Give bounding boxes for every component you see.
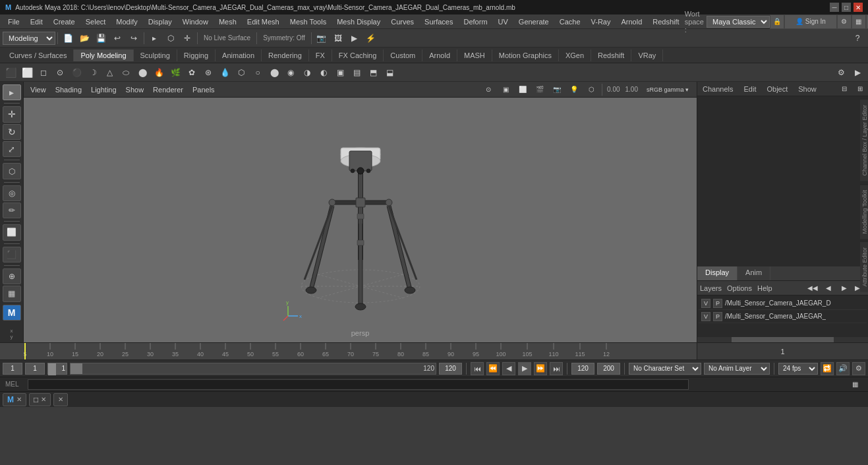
- marquee-btn[interactable]: ⬜: [3, 224, 21, 240]
- select-tool-btn[interactable]: ▸: [3, 84, 21, 100]
- vp-icon-1[interactable]: ⊙: [480, 82, 496, 98]
- soft-select-btn[interactable]: ◎: [3, 185, 21, 201]
- settings-button2[interactable]: ▦: [852, 15, 866, 29]
- menu-edit[interactable]: Edit: [25, 16, 48, 27]
- scale-tool-btn[interactable]: ⤢: [3, 141, 21, 157]
- tab-fx-caching[interactable]: FX Caching: [332, 49, 384, 61]
- ch-tab-edit[interactable]: Edit: [741, 84, 759, 94]
- move-tool[interactable]: ✛: [179, 30, 195, 46]
- tab-motion-graphics[interactable]: Motion Graphics: [492, 49, 559, 61]
- tab-sculpting[interactable]: Sculpting: [134, 49, 177, 61]
- play-back-btn[interactable]: ◀: [502, 362, 515, 375]
- menu-mesh-display[interactable]: Mesh Display: [332, 16, 386, 27]
- start-frame-input[interactable]: [3, 363, 22, 375]
- edge-tab-attribute-editor[interactable]: Attribute Editor: [860, 241, 868, 292]
- tab-arnold[interactable]: Arnold: [422, 49, 457, 61]
- shelf-scroll-right[interactable]: ▶: [850, 65, 865, 80]
- menu-uv[interactable]: UV: [493, 16, 513, 27]
- bottom-tab-close-1[interactable]: ✕: [16, 396, 22, 403]
- new-scene-button[interactable]: 📄: [60, 30, 76, 46]
- shelf-icon-11[interactable]: 🌿: [167, 65, 183, 80]
- tab-fx[interactable]: FX: [309, 49, 332, 61]
- layer-p-btn-1[interactable]: P: [713, 299, 722, 308]
- layer-prev-btn[interactable]: ◀◀: [807, 280, 818, 296]
- menu-create[interactable]: Create: [48, 16, 80, 27]
- menu-select[interactable]: Select: [80, 16, 111, 27]
- ch-tab-show[interactable]: Show: [796, 84, 819, 94]
- character-set-dropdown[interactable]: No Character Set: [629, 363, 701, 375]
- da-tab-display[interactable]: Display: [697, 266, 738, 280]
- playback-settings-btn[interactable]: ⚙: [852, 362, 865, 375]
- shelf-icon-22[interactable]: ▤: [349, 65, 364, 80]
- bottom-tab-1[interactable]: M ✕: [3, 393, 26, 406]
- mode-dropdown[interactable]: Modeling: [3, 32, 55, 45]
- move-tool-btn[interactable]: ✛: [3, 106, 21, 122]
- tab-rigging[interactable]: Rigging: [177, 49, 216, 61]
- edge-tab-modelling-toolkit[interactable]: Modelling Toolkit: [860, 184, 868, 239]
- step-fwd-btn[interactable]: ⏩: [534, 362, 547, 375]
- close-button[interactable]: ✕: [854, 3, 863, 12]
- tab-custom[interactable]: Custom: [384, 49, 422, 61]
- vp-icon-6[interactable]: 💡: [566, 82, 582, 98]
- menu-display[interactable]: Display: [143, 16, 177, 27]
- open-button[interactable]: 📂: [76, 30, 92, 46]
- tab-xgen[interactable]: XGen: [559, 49, 591, 61]
- tab-mash[interactable]: MASH: [457, 49, 492, 61]
- maximize-button[interactable]: □: [842, 3, 851, 12]
- lc-options[interactable]: Options: [727, 284, 752, 292]
- workspace-lock-button[interactable]: 🔒: [770, 15, 784, 29]
- layer-p-btn-2[interactable]: P: [713, 312, 722, 321]
- minimize-button[interactable]: ─: [830, 3, 839, 12]
- menu-curves[interactable]: Curves: [386, 16, 419, 27]
- menu-surfaces[interactable]: Surfaces: [419, 16, 458, 27]
- vp-icon-7[interactable]: ⬡: [583, 82, 599, 98]
- status-icon-btn[interactable]: ▦: [847, 377, 863, 392]
- loop-btn[interactable]: 🔁: [821, 362, 834, 375]
- layer-scrollbar[interactable]: [697, 337, 868, 342]
- menu-window[interactable]: Window: [177, 16, 214, 27]
- vp-menu-show[interactable]: Show: [122, 84, 148, 95]
- tab-rendering[interactable]: Rendering: [262, 49, 309, 61]
- vp-icon-2[interactable]: ▣: [498, 82, 513, 98]
- edge-tab-channel-box[interactable]: Channel Box / Layer Editor: [860, 99, 868, 181]
- shelf-icon-3[interactable]: ◻: [36, 65, 51, 80]
- snap-btn[interactable]: ⊕: [3, 268, 21, 284]
- vp-icon-3[interactable]: ⬜: [515, 82, 531, 98]
- shelf-icon-15[interactable]: ⬡: [233, 65, 249, 80]
- render-region-button[interactable]: 🖼: [330, 30, 346, 46]
- paint-select-btn[interactable]: ✏: [3, 202, 21, 218]
- sign-in-button[interactable]: 👤 Sign In: [784, 15, 837, 29]
- end-range-input[interactable]: [571, 363, 594, 375]
- tab-curves-surfaces[interactable]: Curves / Surfaces: [3, 49, 74, 61]
- menu-deform[interactable]: Deform: [458, 16, 492, 27]
- menu-cache[interactable]: Cache: [554, 16, 586, 27]
- select-tool[interactable]: ▸: [146, 30, 162, 46]
- max-frame-input[interactable]: [597, 363, 620, 375]
- vp-menu-view[interactable]: View: [26, 84, 50, 95]
- viewport-canvas[interactable]: x y persp: [24, 98, 697, 342]
- shelf-icon-23[interactable]: ⬒: [365, 65, 381, 80]
- lasso-select[interactable]: ⬡: [163, 30, 179, 46]
- grid-btn[interactable]: ▦: [3, 286, 21, 301]
- shelf-icon-16[interactable]: ○: [250, 65, 266, 80]
- settings-button1[interactable]: ⚙: [837, 15, 852, 29]
- render-button[interactable]: ▶: [347, 30, 362, 46]
- layer-v-btn-2[interactable]: V: [701, 312, 710, 321]
- goto-end-btn[interactable]: ⏭: [550, 362, 563, 375]
- menu-arnold[interactable]: Arnold: [616, 16, 647, 27]
- menu-mesh[interactable]: Mesh: [214, 16, 242, 27]
- bottom-tab-3[interactable]: ✕: [53, 393, 68, 406]
- vp-icon-5[interactable]: 📷: [549, 82, 565, 98]
- shelf-icon-2[interactable]: ⬜: [19, 65, 35, 80]
- goto-start-btn[interactable]: ⏮: [471, 362, 484, 375]
- shelf-icon-24[interactable]: ⬓: [382, 65, 397, 80]
- ch-collapse-btn[interactable]: ⊟: [839, 84, 850, 94]
- ch-tab-object[interactable]: Object: [764, 84, 790, 94]
- audio-btn[interactable]: 🔊: [836, 362, 850, 375]
- layer-fwd-btn[interactable]: ▶: [839, 280, 850, 296]
- da-tab-anim[interactable]: Anim: [738, 266, 770, 280]
- tab-poly-modeling[interactable]: Poly Modeling: [74, 49, 133, 61]
- tab-vray[interactable]: VRay: [631, 49, 663, 61]
- shelf-icon-5[interactable]: ⚫: [69, 65, 84, 80]
- shelf-icon-10[interactable]: 🔥: [151, 65, 167, 80]
